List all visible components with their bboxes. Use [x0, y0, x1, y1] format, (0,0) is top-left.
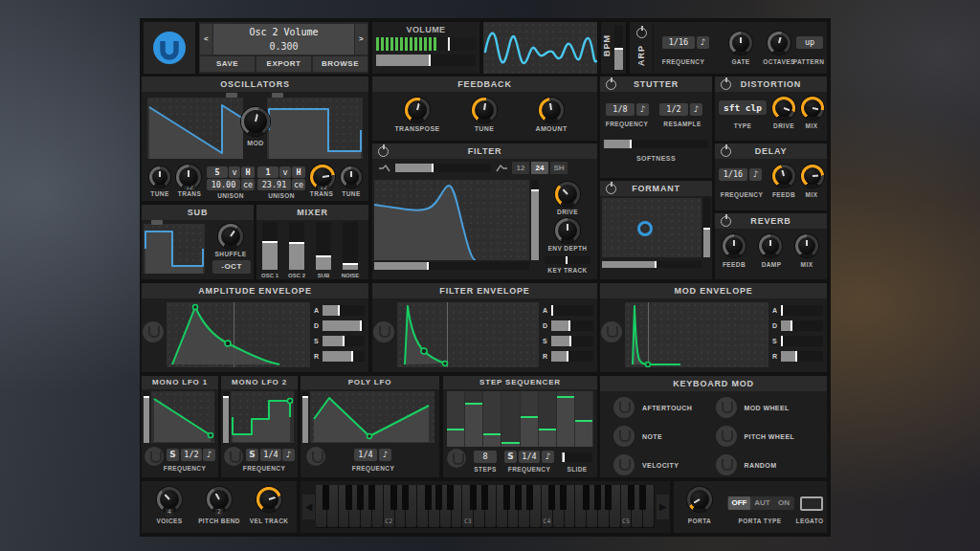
black-key[interactable]	[470, 485, 477, 510]
distortion-drive-knob[interactable]	[772, 97, 795, 120]
black-key[interactable]	[435, 485, 442, 510]
mono-lfo2-note-icon[interactable]: ♪	[282, 449, 295, 461]
poly-lfo-frequency-value[interactable]: 1/4	[354, 449, 377, 461]
mixer-fader-osc1[interactable]	[262, 222, 278, 270]
mono-lfo1-frequency-value[interactable]: 1/2	[181, 449, 202, 461]
distortion-type-value[interactable]: sft clp	[719, 100, 767, 115]
browse-button[interactable]: BROWSE	[313, 56, 368, 72]
seq-step[interactable]	[501, 391, 520, 447]
adsr-r-slider[interactable]	[781, 351, 823, 362]
keyboard-scroll-left-icon[interactable]: ◀	[302, 495, 315, 519]
mono-lfo2-frequency-value[interactable]: 1/4	[260, 449, 281, 461]
formant-power-icon[interactable]	[606, 184, 616, 194]
prev-patch-button[interactable]: <	[200, 24, 212, 55]
sub-shuffle-knob[interactable]	[218, 224, 243, 249]
mod-source-icon[interactable]	[716, 454, 737, 475]
arp-power-icon[interactable]	[636, 28, 647, 38]
filter-pole-shelf-button[interactable]: SH	[550, 162, 568, 174]
adsr-d-slider[interactable]	[323, 320, 365, 331]
poly-lfo-note-icon[interactable]: ♪	[379, 449, 391, 461]
poly-lfo-mod-source-icon[interactable]	[306, 447, 325, 466]
seq-step[interactable]	[575, 391, 593, 447]
seq-step[interactable]	[557, 391, 575, 447]
mono-lfo1-wave-display[interactable]	[151, 391, 214, 443]
feedback-transpose-knob[interactable]	[405, 98, 430, 122]
sub-octave-button[interactable]: -OCT	[212, 260, 251, 274]
arp-gate-knob[interactable]	[729, 32, 752, 55]
delay-frequency-note-icon[interactable]: ♪	[749, 168, 762, 181]
black-key[interactable]	[447, 485, 454, 510]
feedback-amount-knob[interactable]	[539, 98, 564, 122]
distortion-mix-knob[interactable]	[801, 97, 824, 120]
osc2-crossmod-handle[interactable]	[272, 93, 283, 98]
osc1-unison-voices[interactable]: 5	[207, 166, 228, 178]
mono-lfo2-wave-display[interactable]	[231, 391, 294, 443]
delay-feedback-knob[interactable]	[772, 165, 795, 187]
stutter-resample-note-icon[interactable]: ♪	[690, 103, 702, 116]
save-button[interactable]: SAVE	[200, 56, 255, 72]
mixer-fader-sub[interactable]	[316, 222, 331, 270]
filter-response-display[interactable]	[374, 180, 529, 260]
black-key[interactable]	[526, 485, 533, 510]
pitch-bend-knob[interactable]	[207, 487, 232, 512]
mixer-fader-osc2[interactable]	[289, 222, 304, 270]
mono-lfo1-mod-source-icon[interactable]	[145, 447, 164, 466]
patch-name[interactable]: Osc 2 Volume	[213, 24, 354, 40]
reverb-power-icon[interactable]	[721, 216, 731, 227]
adsr-a-slider[interactable]	[551, 305, 593, 316]
seq-step[interactable]	[539, 391, 557, 447]
feedback-tune-knob[interactable]	[472, 98, 497, 122]
osc2-voices-dropdown-icon[interactable]: v	[279, 166, 291, 178]
osc2-wave-display[interactable]	[267, 98, 363, 159]
black-key[interactable]	[503, 485, 510, 510]
delay-frequency-value[interactable]: 1/16	[719, 168, 747, 181]
filter-cutoff-slider[interactable]	[374, 262, 529, 270]
black-key[interactable]	[390, 485, 397, 510]
step-seq-frequency-value[interactable]: 1/4	[519, 451, 540, 463]
osc1-detune-value[interactable]: 10.00	[207, 179, 240, 190]
mono-lfo1-sync-icon[interactable]: S	[167, 449, 179, 461]
volume-slider[interactable]	[376, 55, 476, 66]
black-key[interactable]	[548, 485, 555, 510]
sub-wave-handle[interactable]	[151, 220, 163, 225]
mod-env-mod-source-icon[interactable]	[601, 321, 622, 342]
export-button[interactable]: EXPORT	[256, 56, 311, 72]
formant-target[interactable]	[637, 221, 653, 236]
black-key[interactable]	[583, 485, 590, 510]
porta-type-off-button[interactable]: OFF	[728, 496, 750, 510]
delay-mix-knob[interactable]	[801, 165, 824, 187]
seq-step[interactable]	[447, 391, 465, 447]
osc2-detune-value[interactable]: 23.91	[257, 179, 291, 190]
osc1-crossmod-handle[interactable]	[226, 93, 237, 98]
seq-step[interactable]	[465, 391, 483, 447]
poly-lfo-wave-display[interactable]	[310, 391, 434, 443]
osc1-voices-dropdown-icon[interactable]: v	[229, 166, 240, 178]
step-seq-slide-slider[interactable]	[562, 452, 592, 462]
mod-source-icon[interactable]	[613, 454, 635, 475]
amp-env-display[interactable]	[167, 302, 310, 367]
mod-source-icon[interactable]	[716, 397, 737, 418]
black-key[interactable]	[481, 485, 488, 510]
filter-power-icon[interactable]	[378, 146, 389, 157]
formant-x-slider[interactable]	[602, 261, 702, 268]
seq-step[interactable]	[521, 391, 539, 447]
black-key[interactable]	[402, 485, 409, 510]
mod-source-icon[interactable]	[613, 426, 635, 447]
step-count-value[interactable]: 8	[474, 451, 497, 463]
bpm-slider[interactable]	[614, 26, 623, 70]
porta-type-on-button[interactable]: ON	[774, 496, 793, 510]
filter-env-mod-source-icon[interactable]	[373, 321, 394, 342]
reverb-mix-knob[interactable]	[795, 234, 818, 257]
sub-wave-display[interactable]	[144, 224, 205, 274]
black-key[interactable]	[357, 485, 364, 510]
poly-lfo-amp-slider[interactable]	[302, 391, 308, 443]
legato-checkbox[interactable]	[800, 496, 823, 511]
osc1-tune-knob[interactable]	[149, 166, 170, 187]
filter-key-track-slider[interactable]	[545, 256, 590, 264]
adsr-d-slider[interactable]	[551, 320, 593, 331]
osc2-unison-voices[interactable]: 1	[257, 166, 278, 178]
step-sequencer-display[interactable]	[447, 391, 593, 447]
step-seq-sync-icon[interactable]: S	[504, 451, 517, 463]
adsr-s-slider[interactable]	[551, 336, 593, 346]
filter-blend-slider[interactable]	[395, 164, 491, 172]
